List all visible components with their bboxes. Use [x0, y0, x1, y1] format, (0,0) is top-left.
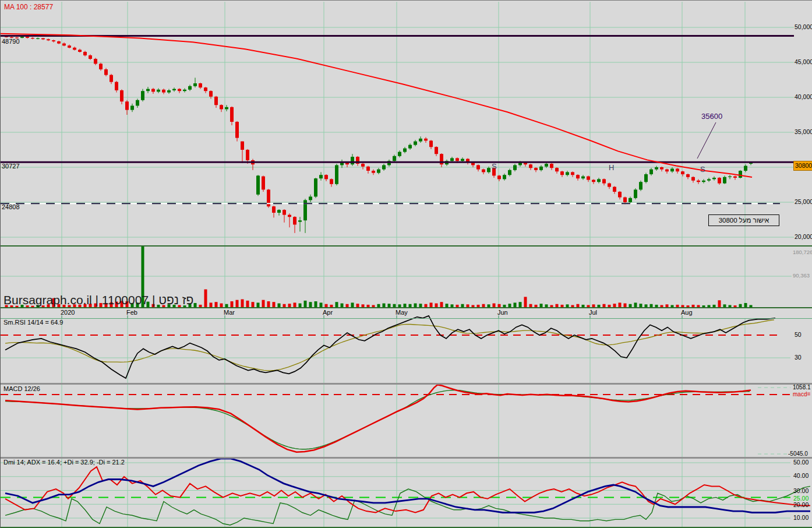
bursagraph-chart-screen: MA 100 : 28577 Bursagraph.co.il | 110000…: [0, 0, 812, 528]
current-price-tag: 30800: [793, 161, 812, 171]
price-level-lines: [1, 36, 794, 204]
macd-lines: [1, 385, 790, 452]
month-axis-label: Mar: [224, 309, 235, 316]
note-box-annotation[interactable]: אישור מעל 30800: [708, 214, 779, 226]
price-axis-tick: 50,000: [795, 24, 812, 31]
target-price-annotation[interactable]: 35600: [701, 112, 722, 121]
watermark: Bursagraph.co.il | 1100007 | פז נפט: [3, 293, 193, 307]
gridlines: [1, 2, 794, 527]
rsi-axis-tick: 30: [795, 354, 802, 361]
macd-max-label: 1058.1: [793, 384, 811, 390]
macd-panel-label: MACD 12/26: [3, 385, 40, 392]
panel-separator: [1, 307, 812, 308]
dmi-axis-tick: 10.00: [793, 515, 809, 522]
annotation-pointer-line: [697, 122, 716, 159]
price-level-label: 30727: [2, 163, 20, 170]
month-axis-label: Apr: [323, 309, 333, 316]
month-axis-label: 2020: [61, 309, 75, 316]
volume-axis-tick: 180,726: [793, 249, 812, 255]
pattern-letter[interactable]: H: [609, 164, 614, 172]
chart-canvas[interactable]: [1, 1, 812, 528]
dmi-axis-tick: 30.00: [793, 488, 809, 495]
rsi-axis-tick: 50: [795, 332, 802, 339]
price-axis-tick: 25,000: [795, 199, 812, 206]
dmi-panel-label: Dmi 14; ADX = 16.4; +Di = 32.9; -Di = 21…: [3, 459, 125, 466]
price-axis-tick: 35,000: [795, 129, 812, 136]
dmi-axis-tick: 40.00: [793, 473, 809, 480]
price-axis-tick: 45,000: [795, 59, 812, 66]
dmi-axis-tick: 20.00: [793, 502, 809, 509]
dmi-axis-tick: 50.00: [793, 459, 809, 466]
pattern-letter[interactable]: S: [700, 166, 705, 174]
panel-separator: [1, 383, 812, 385]
month-axis-label: Aug: [681, 309, 693, 316]
price-axis-tick: 40,000: [795, 94, 812, 101]
pattern-letter[interactable]: S: [492, 163, 497, 171]
volume-axis-tick: 90,363: [793, 273, 810, 279]
rsi-lines: [1, 316, 782, 378]
ma100-indicator-label: MA 100 : 28577: [4, 3, 53, 11]
rsi-panel-label: Sm.RSI 14/14 = 64.9: [3, 319, 63, 326]
price-level-label: 48790: [2, 38, 20, 45]
macd-min-label: -5045.0: [788, 450, 808, 457]
macd-current-label: macd=: [793, 391, 810, 397]
month-axis-label: Jul: [589, 309, 597, 316]
price-axis-tick: 20,000: [795, 234, 812, 241]
ma100-line: [1, 34, 752, 177]
price-level-label: 24808: [2, 203, 20, 210]
panel-separator: [1, 318, 812, 319]
month-axis-label: May: [396, 309, 408, 316]
dmi-lines: [1, 459, 810, 525]
month-axis-label: Feb: [126, 309, 137, 316]
panel-separator: [1, 245, 812, 247]
month-axis-label: Jun: [497, 309, 508, 316]
